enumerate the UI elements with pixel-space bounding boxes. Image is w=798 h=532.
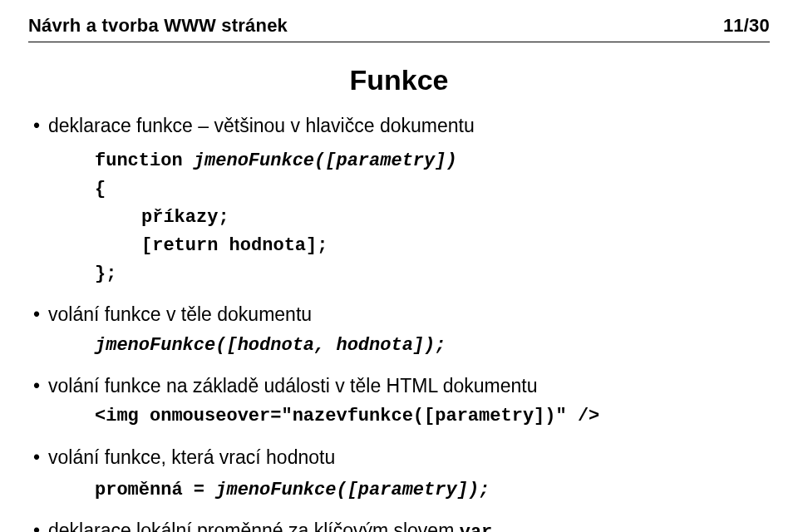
bullet-item: volání funkce na základě události v těle… [33, 372, 770, 431]
bullet-item: volání funkce, která vrací hodnotu promě… [33, 443, 770, 505]
bullet-text: volání funkce na základě události v těle… [48, 375, 538, 397]
header-underline [28, 42, 770, 42]
header-title: Návrh a tvorba WWW stránek [28, 15, 288, 37]
bullet-text: deklarace funkce – většinou v hlavičce d… [48, 115, 475, 136]
page: Návrh a tvorba WWW stránek 11/30 Funkce … [0, 0, 798, 532]
code-line: }; [48, 260, 770, 288]
code-identifier: jmenoFunkce([parametry]) [194, 150, 457, 171]
bullet-item: deklarace lokální proměnné za klíčovým s… [33, 516, 770, 532]
bullet-text: volání funkce v těle dokumentu [48, 303, 312, 325]
bullet-item: deklarace funkce – většinou v hlavičce d… [33, 111, 770, 288]
code-identifier: jmenoFunkce([parametry]); [215, 480, 490, 500]
page-number: 11/30 [723, 15, 770, 37]
bullet-text: volání funkce, která vrací hodnotu [48, 446, 335, 468]
code-text: proměnná = [95, 480, 215, 500]
page-header: Návrh a tvorba WWW stránek 11/30 [28, 15, 770, 37]
code-line: <img onmouseover="nazevfunkce([parametry… [48, 402, 770, 431]
code-line: jmenoFunkce([hodnota, hodnota]); [48, 332, 770, 360]
code-line: proměnná = jmenoFunkce([parametry]); [48, 474, 770, 505]
code-line: [return hodnota]; [48, 232, 770, 260]
code-line: { [48, 175, 770, 204]
bullet-text: deklarace lokální proměnné za klíčovým s… [48, 520, 460, 532]
code-line: function jmenoFunkce([parametry]) [48, 145, 770, 175]
code-keyword: var [460, 522, 493, 532]
bullet-list: deklarace funkce – většinou v hlavičce d… [28, 111, 770, 532]
slide-title: Funkce [28, 64, 770, 96]
code-line: příkazy; [48, 204, 770, 232]
code-keyword: function [95, 150, 194, 171]
bullet-item: volání funkce v těle dokumentu jmenoFunk… [33, 300, 770, 360]
